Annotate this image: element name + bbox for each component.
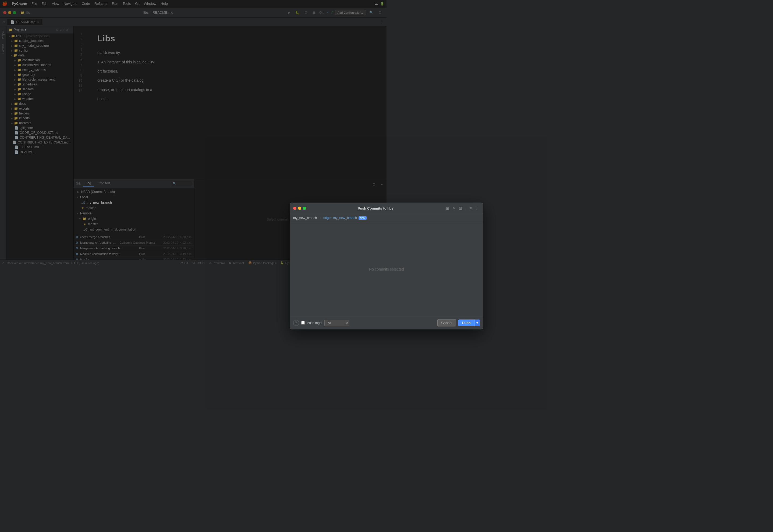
branch-origin: origin (323, 216, 331, 220)
new-badge: New (359, 216, 367, 220)
separator: : (332, 216, 332, 220)
branch-to: my_new_branch (333, 216, 357, 220)
modal-content: No commits selected (290, 222, 386, 266)
modal-maximize-button[interactable] (303, 207, 306, 210)
modal-title: Push Commits to libs (308, 206, 386, 210)
modal-titlebar: Push Commits to libs ⊞ ✎ ⊡ | ≡ ⋮ (290, 203, 386, 214)
push-commits-modal: Push Commits to libs ⊞ ✎ ⊡ | ≡ ⋮ my_new_… (290, 203, 386, 266)
modal-overlay: Push Commits to libs ⊞ ✎ ⊡ | ≡ ⋮ my_new_… (0, 0, 386, 266)
branch-from: my_new_branch (293, 216, 317, 220)
modal-minimize-button[interactable] (298, 207, 301, 210)
modal-branch-row: my_new_branch → origin : my_new_branch N… (290, 214, 386, 222)
modal-close-button[interactable] (293, 207, 296, 210)
modal-traffic-lights (293, 207, 306, 210)
branch-arrow: → (319, 216, 322, 220)
